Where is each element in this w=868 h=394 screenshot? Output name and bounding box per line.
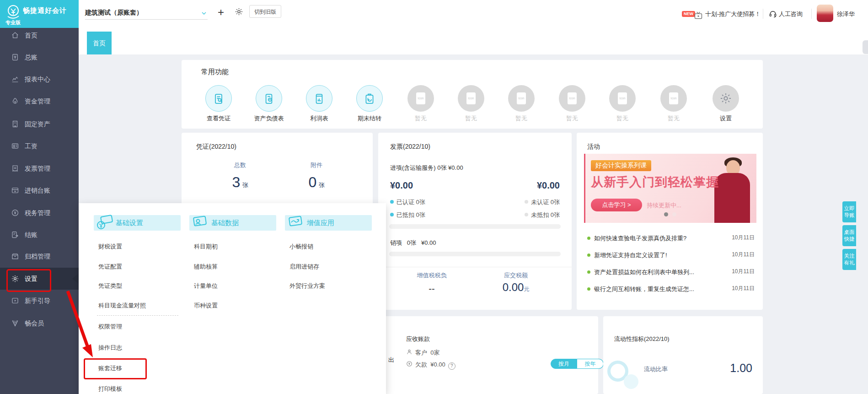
popup-item-xiaochang-expense[interactable]: 小畅报销 [289,243,313,251]
news-item[interactable]: 新增凭证支持自定义设置了! 10月11日 [587,251,755,259]
toggle-by-month[interactable]: 按月 [551,359,577,369]
account-selector[interactable]: 建筑测试（原账套） [85,9,143,17]
building-icon [11,120,19,128]
user-avatar[interactable] [817,5,833,22]
sidebar-item-member[interactable]: 畅会员 [0,312,79,334]
tax-rate-value: -- [404,284,459,294]
invoice-card-title: 发票(2022/10) [390,143,430,151]
period-end-carryover-label: 期末结转 [344,114,395,123]
switch-old-version-button[interactable]: 切到旧版 [249,5,281,18]
clipped-label: 出 [388,356,394,364]
add-account-button[interactable]: + [218,6,224,19]
brand-name: 畅捷通好会计 [23,6,67,15]
period-end-carryover-button[interactable] [356,85,383,112]
popup-dashed-divider [97,315,178,316]
sidebar-item-fixed-assets[interactable]: 固定资产 [0,113,79,135]
popup-item-enable-inventory[interactable]: 启用进销存 [289,263,319,271]
sidebar-item-funds[interactable]: 资金管理 [0,90,79,112]
sidebar-item-closing[interactable]: 结账 [0,224,79,246]
collapsed-panel-handle[interactable] [863,40,868,54]
sidebar-item-home[interactable]: 首页 [0,24,79,46]
popup-item-account-opening[interactable]: 科目期初 [194,243,218,251]
video-tv-icon[interactable] [693,11,703,20]
question-icon[interactable]: ? [448,362,455,370]
banner-learn-button[interactable]: 点击学习 > [591,199,642,211]
popup-item-auxiliary-accounting[interactable]: 辅助核算 [194,263,218,271]
balance-sheet-button[interactable] [256,85,282,112]
voucher-total-value: 3 张 [217,174,263,191]
invoice-amount-left: ¥0.00 [390,180,413,191]
carousel-dot[interactable] [672,212,676,216]
app-root: 畅捷通好会计 专业版 建筑测试（原账套） + 切到旧版 NEW 十划-推广大使招… [0,0,868,394]
empty-slot-label-4: 暂无 [547,114,597,123]
basic-settings-icon [96,214,114,231]
side-tab-follow-gift[interactable]: 关注有礼 [842,249,856,270]
toggle-by-year[interactable]: 按年 [577,359,604,369]
account-underline [85,19,208,20]
empty-slot-label-3: 暂无 [496,114,547,123]
popup-item-cashflow-mapping[interactable]: 科目现金流量对照 [98,302,146,310]
receivable-title: 应收账款 [406,335,430,343]
carousel-dot-active[interactable] [664,212,668,216]
view-voucher-button[interactable] [205,85,232,112]
sidebar-item-beginner-guide[interactable]: 新手引导 [0,290,79,312]
voucher-attach-label: 附件 [303,161,330,169]
settings-gear-icon[interactable] [235,7,243,16]
empty-slot-label-6: 暂无 [648,114,699,123]
decor-circle-icon [624,374,638,389]
placeholder-icon: icon [517,92,526,104]
income-statement-button[interactable] [306,85,332,112]
user-name[interactable]: 徐泽华 [837,10,855,18]
popup-item-operation-log[interactable]: 操作日志 [98,344,122,352]
cyan-dot-icon [390,213,394,216]
closing-icon [11,231,19,239]
side-tab-import-now[interactable]: 立即导账 [842,201,856,222]
ratio-label: 流动比率 [644,365,668,373]
popup-item-currency-settings[interactable]: 币种设置 [194,302,218,310]
headset-icon[interactable] [769,10,777,18]
popup-item-foreign-trade-plan[interactable]: 外贸行业方案 [289,282,325,290]
popup-item-measure-unit[interactable]: 计量单位 [194,282,218,290]
sidebar-item-general-ledger[interactable]: 总账 [0,46,79,68]
popup-item-voucher-type[interactable]: 凭证类型 [98,282,122,290]
uncertified-legend: 未认证 0张 [496,198,560,206]
annotation-box-account-migration [84,358,147,379]
chevron-down-icon[interactable] [200,10,208,17]
tab-home[interactable]: 首页 [87,32,112,54]
brand-logo-block[interactable]: 畅捷通好会计 专业版 [0,0,79,28]
placeholder-icon: icon [416,92,425,104]
customize-quick-functions-button[interactable] [713,85,739,112]
popup-item-permission-mgmt[interactable]: 权限管理 [98,323,122,331]
placeholder-icon: icon [618,92,627,104]
yen-circle-icon [406,361,413,367]
popup-item-voucher-config[interactable]: 凭证配置 [98,263,122,271]
news-item[interactable]: 资产处置损益如何在利润表中单独列... 10月11日 [587,268,755,276]
popup-item-print-template[interactable]: 打印模板 [98,385,122,393]
green-dot-icon [587,270,590,274]
sidebar-item-report-center[interactable]: 报表中心 [0,68,79,90]
side-tab-desktop-shortcut[interactable]: 桌面快捷 [842,225,856,246]
gray-dot-icon [525,213,528,216]
sidebar-item-invoice-mgmt[interactable]: 发票管理 [0,157,79,179]
sidebar-item-salary[interactable]: 工资 [0,135,79,157]
empty-slot-button-1: icon [407,85,434,112]
purchase-ledger-icon [11,186,19,194]
sidebar-item-tax-mgmt[interactable]: 税务管理 [0,202,79,224]
popup-item-fiscal-settings[interactable]: 财税设置 [98,243,122,251]
clipboard-refresh-icon [363,92,376,105]
promo-link[interactable]: 十划-推广大使招募！ [705,10,761,18]
debt-amount: 欠款 ¥0.00? [415,361,455,370]
support-link[interactable]: 人工咨询 [779,10,803,18]
news-item[interactable]: 如何快速查验电子发票真伪及排重? 10月11日 [587,234,755,243]
quick-functions-title: 常用功能 [201,68,229,76]
topbar-divider-2 [811,9,812,19]
report-chart-icon [11,75,19,83]
activity-banner[interactable]: 好会计实操系列课 从新手入门到轻松掌握 点击学习 > 持续更新中... [584,154,756,223]
news-item[interactable]: 银行之间互相转账，重复生成凭证怎... 10月11日 [587,285,755,293]
empty-slot-button-4: icon [559,85,585,112]
sidebar-item-purchase-sales[interactable]: 进销台账 [0,179,79,201]
sidebar-item-archive[interactable]: 归档管理 [0,245,79,267]
doc-minus-icon [263,92,275,105]
input-invoice-progress-bar [389,224,561,229]
empty-slot-button-5: icon [609,85,636,112]
